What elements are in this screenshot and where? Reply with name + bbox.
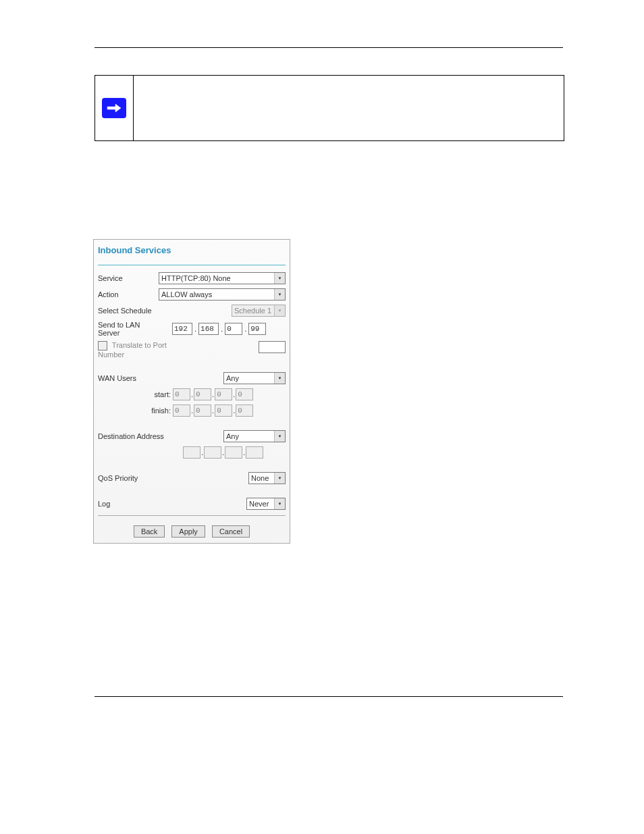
- schedule-label: Select Schedule: [98, 307, 159, 315]
- chevron-down-icon: ▼: [274, 498, 285, 509]
- service-label: Service: [98, 274, 159, 282]
- chevron-down-icon: ▼: [274, 373, 285, 384]
- dest-ip-2: [204, 446, 221, 459]
- finish-ip-3: 0: [215, 405, 232, 417]
- start-ip-4: 0: [236, 388, 253, 400]
- finish-ip-2: 0: [194, 405, 211, 417]
- finish-ip-4: 0: [236, 405, 253, 417]
- apply-button[interactable]: Apply: [171, 525, 205, 538]
- lan-ip-2[interactable]: 168: [198, 323, 219, 335]
- start-ip-1: 0: [173, 388, 190, 400]
- note-box: [95, 75, 564, 141]
- lan-ip-4[interactable]: 99: [248, 323, 266, 335]
- lan-server-label: Send to LAN Server: [98, 321, 159, 337]
- arrow-right-icon: [102, 98, 126, 118]
- top-rule: [95, 47, 563, 48]
- translate-port-group: Translate to Port Number: [98, 341, 172, 359]
- log-value: Never: [249, 500, 274, 508]
- qos-label: QoS Priority: [98, 474, 159, 482]
- lan-ip-3[interactable]: 0: [225, 323, 242, 335]
- chevron-down-icon: ▼: [274, 289, 285, 300]
- start-label: start:: [98, 390, 173, 398]
- translate-port-checkbox[interactable]: [98, 341, 107, 350]
- wan-users-value: Any: [226, 374, 274, 382]
- footer-rule: [95, 696, 563, 697]
- dest-addr-value: Any: [226, 432, 274, 440]
- dest-addr-select[interactable]: Any ▼: [223, 430, 286, 442]
- log-select[interactable]: Never ▼: [246, 498, 286, 510]
- translate-port-input[interactable]: [259, 341, 286, 353]
- dest-addr-label: Destination Address: [98, 432, 172, 440]
- action-select[interactable]: ALLOW always ▼: [159, 288, 286, 301]
- schedule-select: Schedule 1 ▼: [232, 305, 286, 317]
- back-button[interactable]: Back: [134, 525, 165, 538]
- note-text-cell: [134, 76, 564, 140]
- chevron-down-icon: ▼: [274, 431, 285, 442]
- start-ip-2: 0: [194, 388, 211, 400]
- wan-users-label: WAN Users: [98, 374, 159, 382]
- start-ip-3: 0: [215, 388, 232, 400]
- dest-ip-3: [225, 446, 242, 459]
- button-divider: [98, 515, 286, 516]
- service-select-value: HTTP(TCP:80) None: [161, 274, 274, 282]
- note-icon-cell: [95, 76, 134, 140]
- wan-users-select[interactable]: Any ▼: [223, 372, 286, 384]
- lan-ip-1[interactable]: 192: [172, 323, 192, 335]
- chevron-down-icon: ▼: [274, 305, 285, 316]
- panel-divider: [98, 265, 286, 265]
- dest-ip-4: [246, 446, 263, 459]
- panel-title: Inbound Services: [98, 245, 286, 255]
- qos-select[interactable]: None ▼: [248, 472, 286, 484]
- action-select-value: ALLOW always: [161, 290, 274, 298]
- cancel-button[interactable]: Cancel: [212, 525, 250, 538]
- log-label: Log: [98, 500, 159, 508]
- action-label: Action: [98, 290, 159, 298]
- chevron-down-icon: ▼: [274, 473, 285, 484]
- chevron-down-icon: ▼: [274, 273, 285, 284]
- finish-ip-1: 0: [173, 405, 190, 417]
- finish-label: finish:: [98, 407, 173, 415]
- dest-ip-1: [183, 446, 200, 459]
- schedule-select-value: Schedule 1: [234, 307, 274, 315]
- translate-port-label: Translate to Port Number: [98, 341, 167, 359]
- qos-value: None: [251, 474, 274, 482]
- inbound-services-panel: Inbound Services Service HTTP(TCP:80) No…: [93, 239, 290, 544]
- service-select[interactable]: HTTP(TCP:80) None ▼: [159, 272, 286, 284]
